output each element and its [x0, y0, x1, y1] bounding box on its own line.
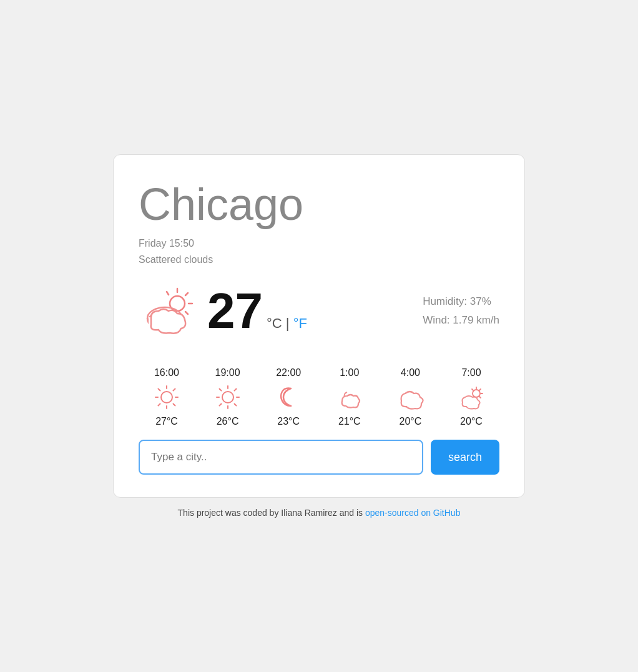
svg-point-34	[473, 390, 480, 397]
hourly-icon-5	[458, 383, 485, 411]
main-weather-section: 27 °C | °F Humidity: 37% Wind: 1.79 km/h	[139, 286, 499, 336]
search-button[interactable]: search	[431, 440, 499, 475]
svg-line-33	[472, 389, 473, 390]
svg-line-30	[479, 389, 481, 390]
hourly-item-3: 1:00 21°C	[321, 367, 378, 427]
hourly-item-5: 7:00 20°C	[443, 367, 499, 427]
svg-point-19	[161, 392, 172, 403]
svg-line-15	[159, 389, 160, 391]
search-row: search	[139, 440, 499, 475]
weather-card: Chicago Friday 15:50 Scattered clouds	[113, 154, 525, 498]
svg-line-25	[234, 404, 236, 406]
hourly-icon-2	[275, 383, 302, 411]
temp-celsius: °C | °F	[267, 315, 307, 332]
hourly-icon-3	[336, 383, 363, 411]
temp-fahrenheit-link[interactable]: °F	[293, 315, 307, 331]
svg-point-28	[222, 392, 233, 403]
temp-value: 27	[207, 286, 263, 336]
hourly-icon-0	[153, 383, 180, 411]
hourly-icon-4	[396, 383, 424, 411]
svg-line-27	[219, 404, 221, 406]
hourly-item-2: 22:00 23°C	[260, 367, 317, 427]
city-name: Chicago	[139, 180, 499, 229]
svg-line-24	[219, 389, 221, 391]
temperature-display: 27 °C | °F	[207, 286, 307, 336]
humidity: Humidity: 37%	[423, 292, 499, 312]
search-input[interactable]	[139, 440, 423, 475]
svg-line-4	[167, 292, 169, 295]
svg-line-16	[174, 404, 175, 406]
wind: Wind: 1.79 km/h	[423, 311, 499, 330]
svg-line-32	[479, 397, 481, 398]
hourly-forecast: 16:00 27°C 19:00	[139, 367, 499, 427]
main-weather-icon	[139, 286, 201, 336]
hourly-icon-1	[214, 383, 242, 411]
footer: This project was coded by Iliana Ramirez…	[178, 508, 461, 518]
svg-line-18	[159, 404, 160, 406]
hourly-item-0: 16:00 27°C	[139, 367, 195, 427]
datetime-condition: Friday 15:50 Scattered clouds	[139, 235, 499, 267]
svg-line-3	[185, 312, 188, 314]
svg-line-17	[174, 389, 175, 391]
hourly-item-1: 19:00 26°C	[200, 367, 256, 427]
svg-line-26	[234, 389, 236, 391]
github-link[interactable]: open-sourced on GitHub	[365, 508, 461, 518]
weather-details: Humidity: 37% Wind: 1.79 km/h	[423, 292, 499, 330]
hourly-item-4: 4:00 20°C	[382, 367, 438, 427]
svg-line-1	[185, 293, 188, 295]
